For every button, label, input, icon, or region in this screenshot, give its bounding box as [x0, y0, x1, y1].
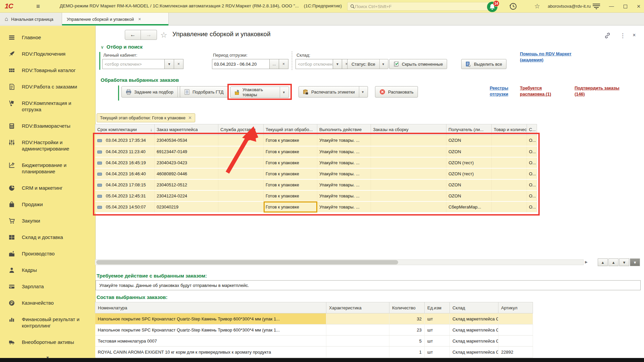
col-assembly[interactable]: Заказы на сборку: [371, 124, 446, 135]
composition-row[interactable]: ROYAL CANIN AROMA EXIGENT 10 кг корм для…: [95, 347, 533, 358]
main-menu-icon[interactable]: ≡: [36, 3, 40, 10]
more-icon[interactable]: ⋮: [620, 32, 626, 39]
unpack-button[interactable]: Распаковать: [375, 86, 418, 98]
filter-section-header[interactable]: ∨Отбор и поиск: [101, 44, 143, 50]
close-page-icon[interactable]: ×: [633, 32, 636, 38]
favorite-page-icon[interactable]: ☆: [160, 31, 167, 40]
col-article[interactable]: Артикул: [498, 302, 533, 313]
col-order[interactable]: Заказ маркетплейса: [155, 124, 218, 135]
cabinet-input[interactable]: <отбор отключен>: [102, 59, 165, 69]
service-menu-icon[interactable]: [592, 2, 601, 9]
col-quantity[interactable]: Количество: [389, 302, 425, 313]
composition-row[interactable]: Напольное покрытие SPC Кронапласт Quartz…: [95, 324, 533, 336]
col-delivery[interactable]: Служба доставки: [218, 124, 264, 135]
sidebar-item-admin[interactable]: RDV:Настройки и администрирование: [0, 134, 95, 157]
col-extra[interactable]: С...: [527, 124, 537, 135]
sidebar-item-assets[interactable]: Внеоборотные активы: [0, 334, 95, 350]
period-clear-icon[interactable]: ×: [279, 59, 288, 69]
go-last-button[interactable]: ▼: [630, 258, 640, 266]
current-user[interactable]: aborovtsova@rdv-it.ru: [548, 4, 591, 9]
order-row[interactable]: 04.04.2023 16:45:19 23040423-0423 Готов …: [95, 157, 537, 168]
row-down-button[interactable]: ▼: [619, 258, 629, 266]
col-goods[interactable]: Товар и количество: [492, 124, 527, 135]
pack-goods-dropdown-icon[interactable]: ▾: [280, 87, 285, 98]
gtd-button[interactable]: Подобрать ГТД: [180, 86, 228, 98]
col-action[interactable]: Выполнить действие: [317, 124, 371, 135]
history-icon[interactable]: [508, 2, 518, 11]
status-filter-button[interactable]: Статус: Все ▾: [347, 59, 388, 69]
sidebar-item-hr[interactable]: Кадры: [0, 262, 95, 278]
horizontal-scrollbar[interactable]: [95, 259, 584, 265]
sidebar-item-warehouse[interactable]: Склад и доставка: [0, 229, 95, 245]
warehouse-dropdown-icon[interactable]: ▾: [333, 59, 342, 69]
period-input[interactable]: 03.04.2023 - 06.04.20: [212, 59, 270, 69]
scrollbar-thumb[interactable]: [96, 260, 398, 264]
pick-task-button[interactable]: Задание на подбор ▾: [121, 86, 186, 98]
copy-link-icon[interactable]: [604, 32, 610, 39]
cabinet-dropdown-icon[interactable]: ▾: [165, 59, 174, 69]
col-characteristic[interactable]: Характеристика: [326, 302, 389, 313]
col-stage[interactable]: Текущий этап обрабо...: [264, 124, 317, 135]
order-row[interactable]: 04.04.2023 11:23:40 69123447-0149 Готов …: [95, 146, 537, 157]
sidebar-item-catalog[interactable]: RDV:Товарный каталог: [0, 62, 95, 78]
col-warehouse[interactable]: Склад: [450, 302, 498, 313]
sidebar-item-orders[interactable]: RDV:Работа с заказами: [0, 78, 95, 95]
sidebar-item-sales[interactable]: Продажи: [0, 196, 95, 213]
sidebar-item-production[interactable]: Производство: [0, 245, 95, 262]
col-nomenclature[interactable]: Номенклатура: [95, 302, 326, 313]
filter-section-title: Отбор и поиск: [107, 44, 143, 50]
col-unit[interactable]: Ед.изм: [425, 302, 450, 313]
confirm-orders-link[interactable]: Подтвердить заказы (146): [575, 85, 620, 97]
sidebar-item-crm[interactable]: CRM и маркетинг: [0, 180, 95, 196]
sidebar-item-main[interactable]: Главное: [0, 29, 95, 46]
composition-row[interactable]: Тестовая номенклатура 0007 5 шт Склад ма…: [95, 336, 533, 347]
tab-close-icon[interactable]: ×: [138, 16, 141, 22]
composition-row[interactable]: Напольное покрытие SPC Кронапласт Quartz…: [95, 313, 533, 324]
global-search[interactable]: [347, 2, 491, 11]
order-row[interactable]: 05.04.2023 12:45:31 23041224-0224 Готов …: [95, 190, 537, 201]
row-up-button[interactable]: ▲: [608, 258, 619, 266]
order-row[interactable]: 04.04.2023 16:46:40 46080892-0446 Готов …: [95, 168, 537, 179]
pack-box-icon: [234, 89, 240, 95]
help-link[interactable]: Помощь по RDV Маркет (академия): [520, 51, 585, 63]
scroll-right-icon[interactable]: ▶: [585, 260, 588, 264]
sidebar-item-label: RDV:Настройки и администрирование: [22, 139, 91, 152]
sidebar-item-budgeting[interactable]: Бюджетирование и планирование: [0, 157, 95, 180]
pack-goods-button[interactable]: Упаковать товары ▾: [230, 86, 289, 98]
sidebar-item-treasury[interactable]: Казначейство: [0, 295, 95, 311]
select-all-button[interactable]: Выделить все: [461, 59, 506, 69]
restore-button[interactable]: [622, 4, 629, 9]
sidebar-item-settlements[interactable]: RDV:Взаиморасчеты: [0, 118, 95, 134]
sidebar-item-purchases[interactable]: Закупки: [0, 213, 95, 229]
tab-current[interactable]: Управление сборкой и упаковкой ×: [62, 13, 169, 25]
col-deadline[interactable]: Срок комплектации↓: [95, 124, 155, 135]
order-row[interactable]: 03.04.2023 17:35:34 23040534-0534 Готов …: [95, 135, 537, 146]
stage-filter-tag[interactable]: Текущий этап обработки: Готов к упаковке…: [97, 113, 195, 122]
sidebar-item-finance[interactable]: Финансовый результат и контроллинг: [0, 311, 95, 334]
minimize-button[interactable]: —: [608, 3, 615, 9]
registries-link[interactable]: Реестры отгрузки: [490, 85, 517, 97]
forward-button[interactable]: →: [141, 30, 157, 40]
planning-chart-icon: [8, 162, 15, 168]
col-recipient[interactable]: Получатель (ли...: [446, 124, 492, 135]
order-row[interactable]: 04.04.2023 17:08:15 23040512-0512 Готов …: [95, 179, 537, 190]
favorites-icon[interactable]: ☆: [534, 2, 540, 10]
sidebar-item-shipping[interactable]: RDV:Комплектация и отгрузка: [0, 95, 95, 118]
warehouse-input[interactable]: <отбор отключен>: [296, 59, 333, 69]
sidebar-item-connections[interactable]: RDV:Подключения: [0, 46, 95, 62]
search-input[interactable]: [355, 4, 488, 9]
unpack-required-link[interactable]: Требуется распаковка (1): [520, 85, 564, 97]
order-row[interactable]: 05.04.2023 14:50:07 023040219 Готов к уп…: [95, 201, 537, 213]
go-first-button[interactable]: ▲: [598, 258, 608, 266]
close-window-button[interactable]: ×: [635, 3, 642, 10]
sidebar-item-salary[interactable]: Зарплата: [0, 278, 95, 295]
print-labels-button[interactable]: Распечатать этикетки ▾: [299, 86, 368, 98]
tab-home[interactable]: ⌂ Начальная страница: [0, 13, 62, 25]
notifications-button[interactable]: 14: [487, 1, 500, 12]
back-button[interactable]: ←: [125, 30, 141, 40]
hide-cancelled-button[interactable]: Скрыть отмененные: [389, 59, 447, 69]
remove-filter-icon[interactable]: ✕: [188, 115, 192, 120]
period-picker-icon[interactable]: ...: [270, 59, 279, 69]
cabinet-clear-icon[interactable]: ×: [174, 59, 183, 69]
print-labels-dropdown-icon[interactable]: ▾: [359, 86, 364, 97]
